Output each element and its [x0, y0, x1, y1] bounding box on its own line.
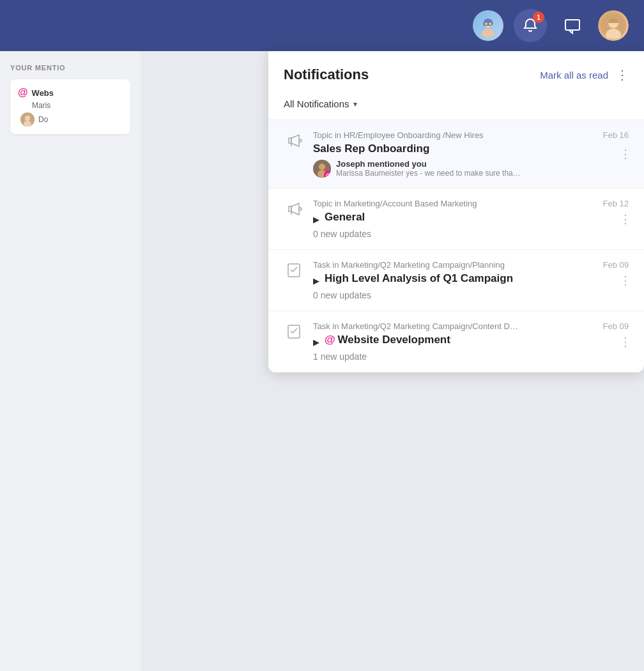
notif-content-1: Topic in HR/Employee Onboarding /New Hir…	[313, 130, 629, 178]
notif-icon-megaphone-1	[284, 130, 304, 150]
notif-more-1[interactable]: ⋮	[620, 148, 631, 160]
mention-card-avatar	[20, 112, 34, 127]
notification-item-general[interactable]: Topic in Marketing/Account Based Marketi…	[268, 189, 644, 250]
user-avatar-illustrated[interactable]	[473, 10, 503, 41]
task-icon-4	[285, 323, 303, 341]
notif-path-1: Topic in HR/Employee Onboarding /New Hir…	[313, 130, 484, 140]
notif-content-3: Task in Marketing/Q2 Marketing Campaign/…	[313, 260, 629, 300]
notif-updates-2: 0 new updates	[313, 229, 629, 239]
notif-more-4[interactable]: ⋮	[620, 336, 631, 348]
notif-expand-row-3: ▶ High Level Analysis of Q1 Campaign	[313, 272, 629, 289]
notif-title-4: @Website Development	[325, 334, 450, 346]
at-icon-4: @	[325, 334, 335, 346]
notification-item-sales-rep[interactable]: Topic in HR/Employee Onboarding /New Hir…	[268, 120, 644, 189]
panel-header: Notifications Mark all as read ⋮	[268, 51, 644, 93]
notif-expand-row-4: ▶ @Website Development	[313, 334, 629, 350]
notif-content-4: Task in Marketing/Q2 Marketing Campaign/…	[313, 321, 629, 362]
bell-badge: 1	[533, 12, 544, 23]
message-button[interactable]	[557, 10, 588, 41]
notif-icon-task-4	[284, 321, 304, 341]
notif-meta-4: Task in Marketing/Q2 Marketing Campaign/…	[313, 321, 629, 331]
mentions-section: YOUR MENTIO @ Webs Maris Do	[0, 64, 141, 134]
notif-author-info-1: Joseph mentioned you Marissa Baumeister …	[336, 159, 521, 178]
task-icon-3	[285, 261, 303, 279]
panel-pointer-triangle	[473, 51, 491, 61]
left-sidebar: YOUR MENTIO @ Webs Maris Do	[0, 51, 141, 671]
mention-card-title: Webs	[32, 88, 54, 98]
notif-expand-row-2: ▶ General	[313, 211, 629, 228]
mention-card-user: Do	[18, 112, 123, 127]
notif-meta-3: Task in Marketing/Q2 Marketing Campaign/…	[313, 260, 629, 270]
notif-path-4: Task in Marketing/Q2 Marketing Campaign/…	[313, 321, 518, 331]
notification-item-website[interactable]: Task in Marketing/Q2 Marketing Campaign/…	[268, 311, 644, 373]
bell-button[interactable]: 1	[514, 9, 547, 42]
mention-card-user-label: Do	[38, 115, 48, 124]
megaphone-icon-1	[285, 132, 303, 150]
notif-more-2[interactable]: ⋮	[620, 213, 631, 225]
notif-meta-2: Topic in Marketing/Account Based Marketi…	[313, 199, 629, 208]
topbar: 1	[0, 0, 644, 51]
notif-path-2: Topic in Marketing/Account Based Marketi…	[313, 199, 477, 208]
notif-content-2: Topic in Marketing/Account Based Marketi…	[313, 199, 629, 239]
more-options-button[interactable]: ⋮	[616, 68, 629, 81]
notif-date-3: Feb 09	[603, 260, 629, 270]
filter-dropdown[interactable]: All Notifications ▾	[284, 98, 629, 109]
notif-title-1: Sales Rep Onboarding	[313, 143, 629, 155]
notif-date-4: Feb 09	[603, 321, 629, 331]
expand-arrow-2[interactable]: ▶	[313, 215, 319, 224]
svg-point-13	[25, 116, 30, 121]
mention-card-header: @ Webs	[18, 87, 123, 98]
panel-title: Notifications	[284, 66, 369, 83]
expand-arrow-4[interactable]: ▶	[313, 337, 319, 347]
megaphone-icon-2	[285, 200, 303, 218]
mentions-title: YOUR MENTIO	[10, 64, 130, 72]
svg-point-17	[319, 164, 325, 170]
small-avatar-svg	[20, 112, 34, 127]
notif-date-1: Feb 16	[603, 130, 629, 140]
avatar-illustrated-svg	[477, 14, 500, 37]
notif-date-2: Feb 12	[603, 199, 629, 208]
expand-arrow-3[interactable]: ▶	[313, 276, 319, 286]
notif-preview-1: Marissa Baumeister yes - we need to make…	[336, 169, 521, 178]
svg-point-1	[482, 29, 494, 37]
svg-point-19	[299, 208, 302, 210]
notif-icon-task-3	[284, 260, 304, 279]
notif-icon-megaphone-2	[284, 199, 304, 218]
notification-item-campaign[interactable]: Task in Marketing/Q2 Marketing Campaign/…	[268, 250, 644, 311]
notif-updates-4: 1 new update	[313, 351, 629, 362]
author-avatar-1: @	[313, 160, 331, 178]
mention-at-badge-1: @	[324, 171, 331, 178]
notif-title-3: High Level Analysis of Q1 Campaign	[325, 272, 513, 285]
notif-title-2: General	[325, 211, 365, 224]
at-icon: @	[18, 87, 28, 98]
message-icon	[564, 17, 581, 35]
notification-panel: Notifications Mark all as read ⋮ All Not…	[268, 51, 644, 373]
panel-actions: Mark all as read ⋮	[540, 68, 629, 81]
filter-row: All Notifications ▾	[268, 93, 644, 120]
filter-label: All Notifications	[284, 98, 349, 109]
notif-author-row-1: @ Joseph mentioned you Marissa Baumeiste…	[313, 159, 629, 178]
mention-card-subtitle: Maris	[18, 101, 123, 110]
notif-more-3[interactable]: ⋮	[620, 275, 631, 286]
svg-point-15	[299, 139, 302, 142]
svg-rect-8	[565, 20, 579, 30]
notif-author-name-1: Joseph mentioned you	[336, 159, 521, 169]
notif-updates-3: 0 new updates	[313, 290, 629, 300]
main-area: YOUR MENTIO @ Webs Maris Do	[0, 51, 644, 671]
chevron-down-icon: ▾	[353, 100, 357, 109]
mark-all-read-button[interactable]: Mark all as read	[540, 70, 608, 81]
mention-card: @ Webs Maris Do	[10, 79, 130, 134]
notif-path-3: Task in Marketing/Q2 Marketing Campaign/…	[313, 260, 505, 270]
notif-meta-1: Topic in HR/Employee Onboarding /New Hir…	[313, 130, 629, 140]
user-avatar-photo[interactable]	[598, 10, 629, 41]
avatar-photo-svg	[601, 13, 626, 38]
